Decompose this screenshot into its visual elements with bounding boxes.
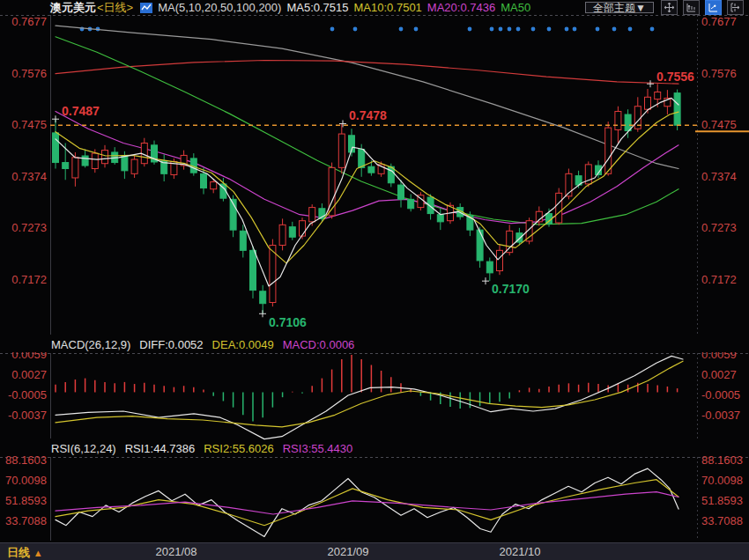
period-selector[interactable]: 日线 ▲ [7,545,43,560]
price-annotations: 0.74870.74780.75560.71700.7106 [52,70,694,329]
candle[interactable] [408,195,414,212]
candle[interactable] [437,209,443,230]
candle[interactable] [674,90,680,130]
axis-label: 70.0098 [5,474,47,487]
up-triangle-icon: ▲ [33,548,43,558]
rsi-legend: RSI(6,12,24) RSI1:44.7386 RSI2:55.6026 R… [0,441,749,456]
theme-dropdown-button[interactable]: 全部主题▼ [585,2,654,13]
candle[interactable] [338,123,345,173]
ma10-line [56,112,679,263]
main-chart-header: 澳元美元 <日线> MA(5,10,20,50,100,200) MA5:0.7… [0,0,749,15]
event-dot-icon[interactable] [612,27,617,32]
pan-right-icon[interactable] [727,0,744,15]
axis-label: 0.7475 [11,118,47,131]
rsi-axis-labels: 88.160388.160370.009870.009851.859351.85… [5,453,743,527]
candle-body [507,231,513,252]
axis-label: 0.0027 [11,368,47,381]
event-dot-icon[interactable] [508,27,512,32]
candle[interactable] [131,156,137,178]
candle-body [260,291,266,304]
candle-body [250,250,256,290]
macd-diff-readout: DIFF:0.0052 [139,338,203,351]
candle-body [615,112,621,130]
pan-move-icon[interactable] [661,0,678,15]
event-dot-icon[interactable] [516,27,521,32]
event-dot-icon[interactable] [330,27,335,32]
auto-scale-icon[interactable] [705,0,722,15]
candle-body [82,156,88,166]
rsi-label: RSI(6,12,24) [51,442,116,455]
candle[interactable] [546,209,552,227]
candle-body [289,227,295,238]
candle-body [63,163,69,169]
ma100-line [56,61,679,85]
candle[interactable] [230,195,236,238]
price-chart-canvas[interactable]: 0.74870.74780.75560.71700.71060.76770.76… [0,0,749,560]
candle[interactable] [634,97,641,131]
rsi2-readout: RSI2:55.6026 [204,442,274,455]
rsi1-line [56,468,679,536]
event-dot-icon[interactable] [399,27,404,32]
price-annotation: 0.7170 [492,282,530,296]
event-dot-icon[interactable] [573,27,577,32]
event-dot-icon[interactable] [547,27,552,32]
candle-body [655,92,661,99]
axis-label: 33.7088 [701,514,743,527]
event-dot-icon[interactable] [499,27,503,32]
candle[interactable] [289,222,295,240]
event-dot-icon[interactable] [353,27,358,32]
event-dots [80,27,655,32]
axis-scale-icon[interactable] [683,0,700,15]
candle[interactable] [418,192,424,210]
candle-body [437,215,443,222]
candle[interactable] [349,129,355,156]
ma-indicator-label: MA(5,10,20,50,100,200) [158,1,281,14]
axis-label: 33.7088 [5,514,47,527]
event-dot-icon[interactable] [565,27,569,32]
event-dot-icon[interactable] [596,27,600,32]
candle[interactable] [477,227,483,268]
candle[interactable] [536,206,542,225]
candle[interactable] [53,119,59,168]
candle[interactable] [279,218,286,250]
candle[interactable] [141,138,147,166]
candle-body [92,153,98,168]
candle-body [102,151,108,164]
event-dot-icon[interactable] [490,27,494,32]
candle-body [53,133,59,163]
candle[interactable] [329,163,335,219]
event-dot-icon[interactable] [650,27,655,32]
candle[interactable] [585,161,591,187]
axis-label: 0.7677 [11,15,47,28]
event-dot-icon[interactable] [414,27,419,32]
macd-macd-readout: MACD:0.0006 [283,338,355,351]
candle[interactable] [260,285,266,313]
candle-body [211,182,217,189]
candle[interactable] [190,153,197,176]
event-dot-icon[interactable] [531,27,536,32]
candle[interactable] [250,247,256,298]
candle[interactable] [181,151,187,170]
candle-body [279,225,286,245]
axis-label: 0.7475 [701,118,737,131]
price-annotation: 0.7487 [62,104,100,118]
candle[interactable] [664,90,671,114]
candle[interactable] [152,141,158,165]
axis-label: -0.0005 [8,388,47,402]
candle[interactable] [556,188,562,225]
event-dot-icon[interactable] [628,27,633,32]
candle-body [408,199,414,208]
axis-label: -0.0037 [701,409,740,422]
chart-icon [140,3,152,13]
candle-body [359,149,365,167]
candle[interactable] [102,145,108,168]
candle[interactable] [507,225,513,255]
event-dot-icon[interactable] [468,27,472,32]
candle[interactable] [240,225,246,257]
candle-body [427,197,434,214]
candle[interactable] [161,154,167,181]
axis-label: 0.7576 [701,67,737,80]
rsi-lines [56,468,679,536]
candle[interactable] [486,257,493,281]
ma10-readout: MA10:0.7501 [354,1,422,14]
